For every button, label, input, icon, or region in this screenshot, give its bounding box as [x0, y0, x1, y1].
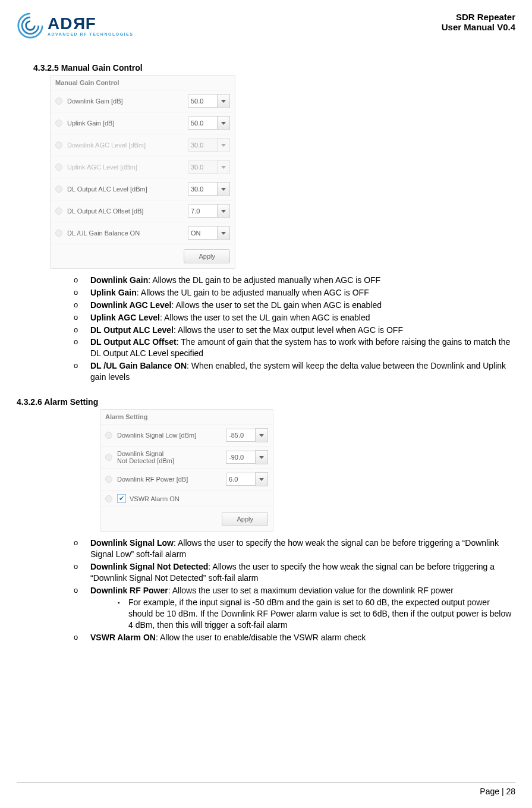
- select-dl-signal-low[interactable]: [226, 428, 268, 442]
- list-item: oDL Output ALC Offset: The amount of gai…: [74, 337, 515, 359]
- page-header: ADRF ADVANCED RF TECHNOLOGIES SDR Repeat…: [17, 12, 515, 39]
- row-label: VSWR Alarm ON: [130, 495, 268, 502]
- logo: ADRF ADVANCED RF TECHNOLOGIES: [17, 12, 133, 39]
- select-dl-not-detected[interactable]: [226, 450, 268, 464]
- chevron-down-icon[interactable]: [217, 204, 230, 218]
- row-vswr-alarm: ✔ VSWR Alarm ON: [100, 490, 273, 507]
- bullet-icon: [105, 432, 112, 439]
- apply-button-mgc[interactable]: Apply: [184, 249, 230, 263]
- select-dl-alc-level[interactable]: [188, 182, 230, 196]
- check-icon: ✔: [119, 495, 124, 502]
- chevron-down-icon[interactable]: [255, 428, 268, 442]
- bullet-icon: [55, 186, 62, 193]
- bullet-icon: [55, 164, 62, 171]
- chevron-down-icon: [217, 138, 230, 152]
- panel-alarm-setting: Alarm Setting Downlink Signal Low [dBm] …: [100, 409, 273, 532]
- list-item: oUplink Gain: Allows the UL gain to be a…: [74, 287, 515, 298]
- bullet-icon: [105, 476, 112, 483]
- row-label: Downlink AGC Level [dBm]: [67, 142, 188, 149]
- list-item: oDL Output ALC Level: Allows the user to…: [74, 325, 515, 336]
- bullet-marker: o: [74, 300, 90, 311]
- chevron-down-icon[interactable]: [217, 182, 230, 196]
- bullet-marker: o: [74, 312, 90, 323]
- select-value[interactable]: [226, 429, 255, 442]
- select-downlink-gain[interactable]: [188, 94, 230, 108]
- bullet-marker: o: [74, 561, 90, 584]
- row-label: Downlink RF Power [dB]: [117, 476, 226, 483]
- bullet-marker: o: [74, 287, 90, 298]
- section-heading-mgc: 4.3.2.5 Manual Gain Control: [33, 63, 515, 73]
- row-label: DL Output ALC Offset [dB]: [67, 207, 188, 215]
- select-value: [188, 139, 217, 152]
- select-uplink-gain[interactable]: [188, 116, 230, 130]
- row-label: Uplink AGC Level [dBm]: [67, 164, 188, 171]
- row-label: Downlink Gain [dB]: [67, 98, 188, 105]
- list-item: oUplink AGC Level: Allows the user to se…: [74, 312, 515, 323]
- bullet-icon: [55, 120, 62, 127]
- bullet-marker: o: [74, 360, 90, 383]
- row-uplink-gain: Uplink Gain [dB]: [51, 112, 235, 134]
- panel-title: Manual Gain Control: [51, 76, 235, 90]
- bullet-icon: [105, 454, 112, 461]
- select-value[interactable]: [226, 451, 255, 464]
- select-gain-balance[interactable]: [188, 226, 230, 240]
- list-item: oDL /UL Gain Balance ON: When enabled, t…: [74, 360, 515, 383]
- bullet-marker: o: [74, 325, 90, 336]
- page-number: Page | 28: [480, 787, 515, 796]
- select-value[interactable]: [188, 205, 217, 218]
- bullet-icon: [55, 229, 62, 237]
- logo-name: ADRF: [48, 15, 133, 32]
- bullet-marker: o: [74, 632, 90, 643]
- list-item: oDownlink RF Power: Allows the user to s…: [74, 585, 515, 631]
- list-item: oVSWR Alarm ON: Allow the user to enable…: [74, 632, 515, 643]
- bullet-icon: [55, 207, 62, 215]
- row-dl-signal-not-detected: Downlink Signal Not Detected [dBm]: [100, 446, 273, 468]
- panel-manual-gain: Manual Gain Control Downlink Gain [dB] U…: [50, 75, 235, 269]
- row-ul-agc-level: Uplink AGC Level [dBm]: [51, 156, 235, 178]
- row-dl-alc-level: DL Output ALC Level [dBm]: [51, 178, 235, 200]
- select-value[interactable]: [188, 117, 217, 130]
- logo-tagline: ADVANCED RF TECHNOLOGIES: [48, 32, 133, 36]
- row-dl-agc-level: Downlink AGC Level [dBm]: [51, 134, 235, 156]
- row-label: DL Output ALC Level [dBm]: [67, 186, 188, 193]
- bullets-mgc: oDownlink Gain: Allows the DL gain to be…: [74, 275, 515, 383]
- select-dl-alc-offset[interactable]: [188, 204, 230, 218]
- list-item: oDownlink Gain: Allows the DL gain to be…: [74, 275, 515, 286]
- chevron-down-icon[interactable]: [217, 94, 230, 108]
- square-bullet-icon: ▪: [118, 597, 128, 631]
- bullet-icon: [55, 98, 62, 105]
- swirl-icon: [17, 12, 44, 39]
- row-label: DL /UL Gain Balance ON: [67, 229, 188, 237]
- page-footer: Page | 28: [17, 782, 515, 796]
- title-line-2: User Manual V0.4: [442, 22, 515, 32]
- checkbox-vswr[interactable]: ✔: [117, 494, 126, 503]
- row-dl-signal-low: Downlink Signal Low [dBm]: [100, 424, 273, 446]
- bullets-alarm: oDownlink Signal Low: Allows the user to…: [74, 537, 515, 643]
- chevron-down-icon[interactable]: [255, 472, 268, 486]
- chevron-down-icon[interactable]: [255, 450, 268, 464]
- select-value[interactable]: [226, 473, 255, 486]
- select-ul-agc: [188, 160, 230, 174]
- row-gain-balance: DL /UL Gain Balance ON: [51, 222, 235, 244]
- chevron-down-icon[interactable]: [217, 116, 230, 130]
- select-value[interactable]: [188, 95, 217, 108]
- sub-list: ▪For example, if the input signal is -50…: [118, 597, 515, 631]
- row-label: Uplink Gain [dB]: [67, 120, 188, 127]
- select-value: [188, 161, 217, 174]
- select-value[interactable]: [188, 183, 217, 196]
- section-heading-alarm: 4.3.2.6 Alarm Setting: [17, 397, 515, 407]
- row-dl-rf-power: Downlink RF Power [dB]: [100, 468, 273, 490]
- bullet-marker: o: [74, 275, 90, 286]
- row-label: Downlink Signal Not Detected [dBm]: [117, 450, 226, 464]
- header-title: SDR Repeater User Manual V0.4: [442, 12, 515, 32]
- list-item: oDownlink Signal Not Detected: Allows th…: [74, 561, 515, 584]
- select-value[interactable]: [188, 227, 217, 240]
- bullet-marker: o: [74, 585, 90, 631]
- select-dl-rf-power[interactable]: [226, 472, 268, 486]
- row-dl-alc-offset: DL Output ALC Offset [dB]: [51, 200, 235, 222]
- bullet-marker: o: [74, 337, 90, 359]
- bullet-icon: [105, 495, 112, 502]
- panel-title: Alarm Setting: [100, 410, 273, 424]
- chevron-down-icon[interactable]: [217, 226, 230, 240]
- apply-button-alarm[interactable]: Apply: [222, 512, 268, 526]
